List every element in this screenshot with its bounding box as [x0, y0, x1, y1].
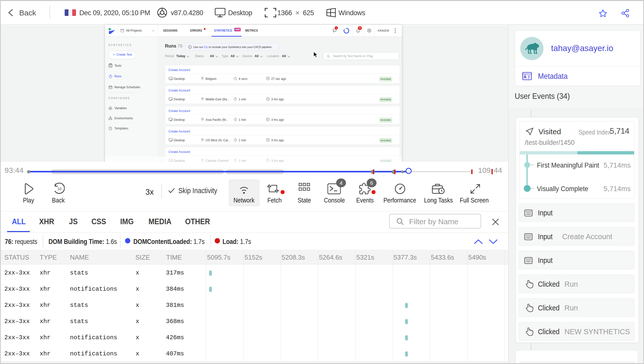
svg-text:10: 10: [57, 187, 62, 191]
